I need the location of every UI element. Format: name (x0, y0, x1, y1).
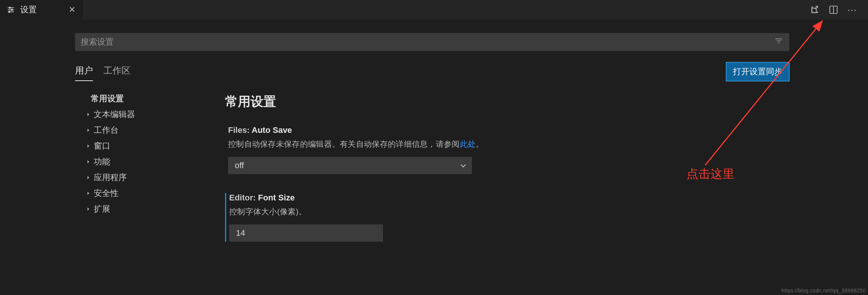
filter-icon[interactable] (774, 36, 784, 48)
tree-item-common[interactable]: 常用设置 (75, 91, 210, 107)
tab-settings[interactable]: 设置 ✕ (0, 0, 83, 20)
tree-item-window[interactable]: 窗口 (75, 138, 210, 154)
setting-description-link[interactable]: 此处 (460, 140, 476, 148)
search-settings-input[interactable] (75, 33, 789, 51)
tab-bar: 设置 ✕ ··· (0, 0, 868, 20)
fontsize-input[interactable]: 14 (229, 224, 383, 242)
tree-item-security[interactable]: 安全性 (75, 185, 210, 201)
chevron-right-icon (86, 110, 92, 119)
annotation-text: 点击这里 (686, 166, 734, 182)
setting-editor-fontsize: Editor: Font Size 控制字体大小(像素)。 14 (225, 193, 789, 242)
input-value: 14 (236, 228, 245, 238)
tree-item-label: 安全性 (94, 188, 119, 199)
tree-item-label: 功能 (94, 156, 110, 167)
tab-title: 设置 (20, 4, 37, 15)
svg-rect-6 (812, 8, 816, 13)
setting-label-name: Font Size (258, 193, 295, 202)
more-actions-icon[interactable]: ··· (847, 5, 857, 15)
chevron-right-icon (86, 157, 92, 167)
tree-item-label: 应用程序 (94, 172, 127, 183)
setting-label: Files: Auto Save (228, 125, 789, 135)
tree-item-label: 窗口 (94, 140, 110, 152)
chevron-right-icon (86, 188, 92, 198)
scope-tab-workspace[interactable]: 工作区 (104, 65, 131, 81)
search-input[interactable] (81, 37, 774, 47)
open-settings-sync-button[interactable]: 打开设置同步 (726, 62, 789, 81)
tab-actions: ··· (809, 0, 868, 20)
tree-item-label: 扩展 (94, 203, 110, 215)
setting-description-post: 。 (476, 140, 484, 148)
chevron-right-icon (86, 204, 92, 214)
tree-item-text-editor[interactable]: 文本编辑器 (75, 107, 210, 122)
scope-tabs: 用户 工作区 (75, 65, 131, 81)
settings-tree: 常用设置 文本编辑器 工作台 窗口 功能 应用程序 (75, 91, 210, 260)
setting-label-prefix: Files: (228, 125, 249, 135)
autosave-select[interactable]: off (228, 157, 472, 174)
setting-description: 控制自动保存未保存的编辑器。有关自动保存的详细信息，请参阅此处。 (228, 139, 789, 149)
setting-label-name: Auto Save (252, 125, 292, 135)
tree-item-application[interactable]: 应用程序 (75, 170, 210, 185)
section-title: 常用设置 (225, 93, 789, 110)
scope-tab-user[interactable]: 用户 (75, 65, 93, 81)
chevron-down-icon (455, 157, 472, 174)
setting-label: Editor: Font Size (229, 193, 789, 203)
setting-description: 控制字体大小(像素)。 (229, 206, 789, 217)
settings-icon (7, 6, 15, 14)
tree-item-features[interactable]: 功能 (75, 154, 210, 170)
watermark: https://blog.csdn.net/qq_38998250 (781, 287, 866, 293)
chevron-right-icon (86, 141, 92, 151)
setting-description-pre: 控制自动保存未保存的编辑器。有关自动保存的详细信息，请参阅 (228, 140, 460, 148)
chevron-right-icon (86, 173, 92, 182)
setting-label-prefix: Editor: (229, 193, 256, 202)
select-value: off (235, 161, 244, 170)
chevron-right-icon (86, 125, 92, 135)
tree-item-extensions[interactable]: 扩展 (75, 201, 210, 217)
open-settings-json-icon[interactable] (809, 5, 820, 15)
tree-item-workbench[interactable]: 工作台 (75, 122, 210, 138)
tree-item-label: 工作台 (94, 125, 119, 136)
split-editor-icon[interactable] (828, 5, 839, 15)
tree-item-label: 文本编辑器 (94, 109, 135, 120)
close-icon[interactable]: ✕ (69, 5, 75, 15)
